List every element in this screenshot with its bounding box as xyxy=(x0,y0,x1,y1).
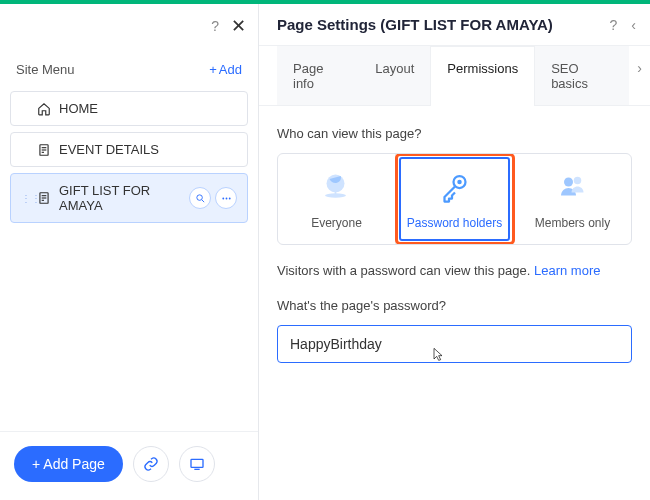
svg-point-19 xyxy=(457,180,462,185)
password-input[interactable] xyxy=(277,325,632,363)
option-label: Members only xyxy=(535,216,610,230)
option-password-holders[interactable]: Password holders xyxy=(396,154,514,244)
sidebar-item-label: HOME xyxy=(59,101,237,116)
who-can-view-label: Who can view this page? xyxy=(277,126,632,141)
page-icon xyxy=(37,143,51,157)
key-icon xyxy=(437,170,473,206)
tab-page-info[interactable]: Page info xyxy=(277,46,359,105)
svg-point-8 xyxy=(196,194,202,200)
option-label: Password holders xyxy=(407,216,502,230)
search-icon[interactable] xyxy=(189,187,211,209)
svg-point-20 xyxy=(564,178,573,187)
svg-point-21 xyxy=(573,177,581,185)
sidebar-item-label: GIFT LIST FOR AMAYA xyxy=(59,183,181,213)
home-icon xyxy=(37,102,51,116)
page-icon xyxy=(37,191,51,205)
more-tabs-icon[interactable]: › xyxy=(629,46,650,105)
svg-point-15 xyxy=(326,175,344,193)
tab-layout[interactable]: Layout xyxy=(359,46,430,105)
help-icon[interactable]: ? xyxy=(211,18,219,34)
sidebar-item-label: EVENT DETAILS xyxy=(59,142,237,157)
helper-text-prefix: Visitors with a password can view this p… xyxy=(277,263,534,278)
svg-rect-13 xyxy=(191,459,203,467)
add-menu-item-button[interactable]: + Add xyxy=(209,62,242,77)
help-icon[interactable]: ? xyxy=(610,17,618,33)
learn-more-link[interactable]: Learn more xyxy=(534,263,600,278)
tab-permissions[interactable]: Permissions xyxy=(430,46,535,106)
settings-panel: Page Settings (GIFT LIST FOR AMAYA) ? ‹ … xyxy=(259,4,650,500)
option-everyone[interactable]: Everyone xyxy=(278,154,396,244)
tab-bar: Page info Layout Permissions SEO basics … xyxy=(259,46,650,106)
plus-icon: + xyxy=(209,62,217,77)
password-label: What's the page's password? xyxy=(277,298,632,313)
page-title: Page Settings (GIFT LIST FOR AMAYA) xyxy=(277,16,553,33)
desktop-icon[interactable] xyxy=(179,446,215,482)
add-label: Add xyxy=(219,62,242,77)
svg-point-10 xyxy=(222,197,224,199)
option-label: Everyone xyxy=(311,216,362,230)
back-icon[interactable]: ‹ xyxy=(631,17,636,33)
add-page-button[interactable]: + Add Page xyxy=(14,446,123,482)
sidebar-item-event-details[interactable]: ⋮⋮ EVENT DETAILS xyxy=(10,132,248,167)
drag-handle-icon[interactable]: ⋮⋮ xyxy=(21,193,29,204)
svg-point-11 xyxy=(225,197,227,199)
tab-seo[interactable]: SEO basics xyxy=(535,46,629,105)
globe-icon xyxy=(319,170,355,206)
menu-list: ⋮⋮ HOME ⋮⋮ EVENT DETAILS ⋮⋮ GIFT LIST FO… xyxy=(0,87,258,233)
sidebar-item-gift-list[interactable]: ⋮⋮ GIFT LIST FOR AMAYA xyxy=(10,173,248,223)
sidebar-title: Site Menu xyxy=(16,62,75,77)
members-icon xyxy=(555,170,591,206)
link-icon[interactable] xyxy=(133,446,169,482)
sidebar: ? ✕ Site Menu + Add ⋮⋮ HOME ⋮⋮ xyxy=(0,4,259,500)
option-members-only[interactable]: Members only xyxy=(514,154,631,244)
more-options-icon[interactable] xyxy=(215,187,237,209)
sidebar-item-home[interactable]: ⋮⋮ HOME xyxy=(10,91,248,126)
svg-point-12 xyxy=(228,197,230,199)
svg-rect-17 xyxy=(334,191,336,196)
permission-options: Everyone Password holders Members only xyxy=(277,153,632,245)
svg-line-9 xyxy=(201,199,203,201)
helper-text: Visitors with a password can view this p… xyxy=(277,263,632,278)
close-icon[interactable]: ✕ xyxy=(231,15,246,37)
